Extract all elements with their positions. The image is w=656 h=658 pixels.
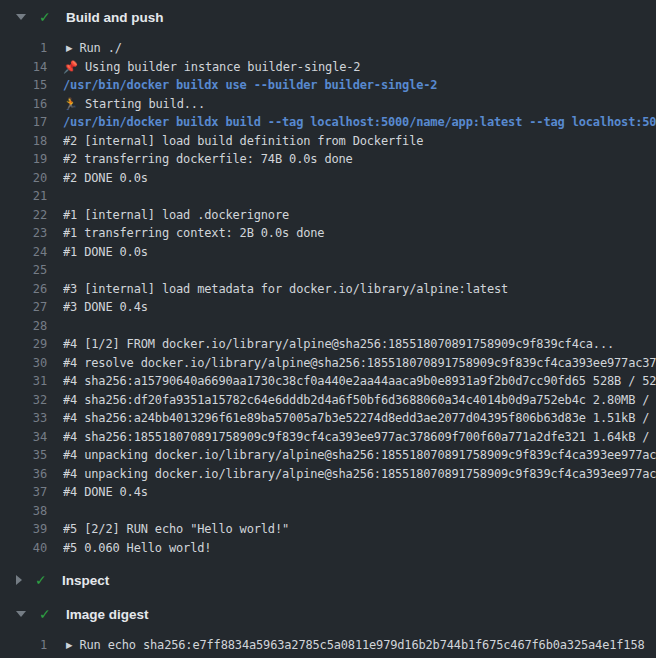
- line-number[interactable]: 31: [0, 374, 47, 388]
- log-line[interactable]: 28: [0, 317, 656, 336]
- line-content: #4 DONE 0.4s: [63, 485, 656, 499]
- log-line[interactable]: 19#2 transferring dockerfile: 74B 0.0s d…: [0, 150, 656, 169]
- log-line[interactable]: 1▶Run ./: [0, 39, 656, 58]
- log-line[interactable]: 29#4 [1/2] FROM docker.io/library/alpine…: [0, 335, 656, 354]
- log-line[interactable]: 24#1 DONE 0.0s: [0, 243, 656, 262]
- line-text: #4 [1/2] FROM docker.io/library/alpine@s…: [63, 337, 614, 351]
- line-number[interactable]: 25: [0, 263, 47, 277]
- line-text: #2 [internal] load build definition from…: [63, 134, 423, 148]
- section-header-image-digest[interactable]: ✓Image digest: [0, 597, 656, 631]
- log-line[interactable]: 1▶Run echo sha256:e7ff8834a5963a2785c5a0…: [0, 636, 656, 655]
- line-content: #5 0.060 Hello world!: [63, 541, 656, 555]
- log-line[interactable]: 27#3 DONE 0.4s: [0, 298, 656, 317]
- line-number[interactable]: 39: [0, 522, 47, 536]
- log-line[interactable]: 33#4 sha256:a24bb4013296f61e89ba57005a7b…: [0, 409, 656, 428]
- line-text: #4 sha256:a24bb4013296f61e89ba57005a7b3e…: [63, 411, 656, 425]
- log-line[interactable]: 32#4 sha256:df20fa9351a15782c64e6dddb2d4…: [0, 391, 656, 410]
- line-number[interactable]: 38: [0, 504, 47, 518]
- log-line[interactable]: 31#4 sha256:a15790640a6690aa1730c38cf0a4…: [0, 372, 656, 391]
- log-line[interactable]: 25: [0, 261, 656, 280]
- line-text: #1 DONE 0.0s: [63, 245, 148, 259]
- line-text: Run ./: [79, 41, 121, 55]
- line-text: Run echo sha256:e7ff8834a5963a2785c5a081…: [79, 638, 644, 652]
- chevron-down-icon[interactable]: [16, 611, 26, 617]
- line-number[interactable]: 34: [0, 430, 47, 444]
- line-text: #2 transferring dockerfile: 74B 0.0s don…: [63, 152, 353, 166]
- section-header-build-and-push[interactable]: ✓Build and push: [0, 0, 656, 34]
- line-content: ▶Run echo sha256:e7ff8834a5963a2785c5a08…: [63, 638, 656, 652]
- line-number[interactable]: 36: [0, 467, 47, 481]
- line-number[interactable]: 1: [0, 41, 47, 55]
- log-line[interactable]: 21: [0, 187, 656, 206]
- line-number[interactable]: 17: [0, 115, 47, 129]
- line-number[interactable]: 14: [0, 60, 47, 74]
- line-number[interactable]: 30: [0, 356, 47, 370]
- log-line[interactable]: 16🏃 Starting build...: [0, 95, 656, 114]
- log-section-build-and-push: ✓Build and push1▶Run ./14📌 Using builder…: [0, 0, 656, 563]
- line-number[interactable]: 29: [0, 337, 47, 351]
- section-header-inspect[interactable]: ✓Inspect: [0, 563, 656, 597]
- line-number[interactable]: 15: [0, 78, 47, 92]
- line-number[interactable]: 26: [0, 282, 47, 296]
- expand-arrow-icon[interactable]: ▶: [66, 640, 72, 650]
- line-number[interactable]: 32: [0, 393, 47, 407]
- line-text: #1 transferring context: 2B 0.0s done: [63, 226, 324, 240]
- line-content: #1 transferring context: 2B 0.0s done: [63, 226, 656, 240]
- line-text: #1 [internal] load .dockerignore: [63, 208, 289, 222]
- line-content: #4 [1/2] FROM docker.io/library/alpine@s…: [63, 337, 656, 351]
- line-number[interactable]: 28: [0, 319, 47, 333]
- line-text: #5 0.060 Hello world!: [63, 541, 211, 555]
- line-text: #4 sha256:a15790640a6690aa1730c38cf0a440…: [63, 374, 656, 388]
- line-number[interactable]: 33: [0, 411, 47, 425]
- line-text: #3 [internal] load metadata for docker.i…: [63, 282, 508, 296]
- log-line[interactable]: 22#1 [internal] load .dockerignore: [0, 206, 656, 225]
- log-line[interactable]: 39#5 [2/2] RUN echo "Hello world!": [0, 520, 656, 539]
- line-text: #4 unpacking docker.io/library/alpine@sh…: [63, 467, 656, 481]
- chevron-down-icon[interactable]: [16, 14, 26, 20]
- log-line[interactable]: 34#4 sha256:185518070891758909c9f839cf4c…: [0, 428, 656, 447]
- check-icon: ✓: [39, 607, 54, 621]
- line-number[interactable]: 24: [0, 245, 47, 259]
- line-content: #2 transferring dockerfile: 74B 0.0s don…: [63, 152, 656, 166]
- line-number[interactable]: 16: [0, 97, 47, 111]
- line-content: 🏃 Starting build...: [63, 97, 656, 111]
- log-line[interactable]: 23#1 transferring context: 2B 0.0s done: [0, 224, 656, 243]
- log-line[interactable]: 30#4 resolve docker.io/library/alpine@sh…: [0, 354, 656, 373]
- line-content: #1 DONE 0.0s: [63, 245, 656, 259]
- log-line[interactable]: 20#2 DONE 0.0s: [0, 169, 656, 188]
- expand-arrow-icon[interactable]: ▶: [66, 43, 72, 53]
- log-line[interactable]: 26#3 [internal] load metadata for docker…: [0, 280, 656, 299]
- line-number[interactable]: 40: [0, 541, 47, 555]
- line-number[interactable]: 27: [0, 300, 47, 314]
- line-number[interactable]: 19: [0, 152, 47, 166]
- line-number[interactable]: 23: [0, 226, 47, 240]
- line-number[interactable]: 37: [0, 485, 47, 499]
- chevron-right-icon[interactable]: [16, 575, 22, 585]
- line-text: #4 sha256:df20fa9351a15782c64e6dddb2d4a6…: [63, 393, 656, 407]
- log-line[interactable]: 4sha256:e7ff8834a5963a2785c5a0811e979d16…: [0, 655, 656, 658]
- log-line[interactable]: 40#5 0.060 Hello world!: [0, 539, 656, 558]
- log-line[interactable]: 36#4 unpacking docker.io/library/alpine@…: [0, 465, 656, 484]
- line-number[interactable]: 21: [0, 189, 47, 203]
- log-line[interactable]: 15/usr/bin/docker buildx use --builder b…: [0, 76, 656, 95]
- line-number[interactable]: 35: [0, 448, 47, 462]
- log-line[interactable]: 35#4 unpacking docker.io/library/alpine@…: [0, 446, 656, 465]
- line-text: #4 resolve docker.io/library/alpine@sha2…: [63, 356, 656, 370]
- line-content: 📌 Using builder instance builder-single-…: [63, 60, 656, 74]
- log-line[interactable]: 14📌 Using builder instance builder-singl…: [0, 58, 656, 77]
- log-line[interactable]: 37#4 DONE 0.4s: [0, 483, 656, 502]
- line-number[interactable]: 1: [0, 638, 47, 652]
- line-number[interactable]: 18: [0, 134, 47, 148]
- log-lines: 1▶Run ./14📌 Using builder instance build…: [0, 34, 656, 563]
- actions-log-viewer: ✓Build and push1▶Run ./14📌 Using builder…: [0, 0, 656, 658]
- line-text: #4 DONE 0.4s: [63, 485, 148, 499]
- line-content: /usr/bin/docker buildx build --tag local…: [63, 115, 656, 129]
- log-line[interactable]: 18#2 [internal] load build definition fr…: [0, 132, 656, 151]
- log-line[interactable]: 38: [0, 502, 656, 521]
- line-number[interactable]: 20: [0, 171, 47, 185]
- check-icon: ✓: [39, 10, 54, 24]
- log-line[interactable]: 17/usr/bin/docker buildx build --tag loc…: [0, 113, 656, 132]
- line-text: /usr/bin/docker buildx use --builder bui…: [63, 78, 437, 92]
- section-title: Image digest: [66, 607, 149, 622]
- line-number[interactable]: 22: [0, 208, 47, 222]
